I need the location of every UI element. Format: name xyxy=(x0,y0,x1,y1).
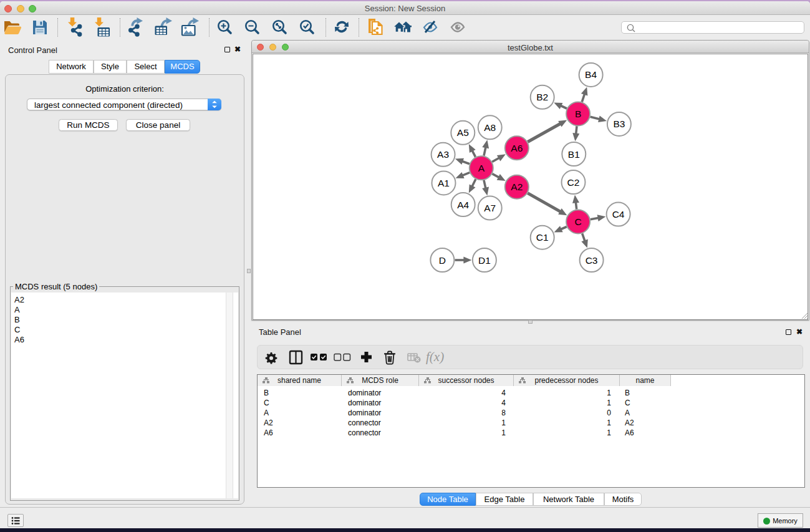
svg-text:D1: D1 xyxy=(478,255,491,266)
svg-text:A6: A6 xyxy=(511,143,523,153)
svg-text:C1: C1 xyxy=(536,232,549,243)
svg-text:B4: B4 xyxy=(585,69,597,80)
svg-text:A5: A5 xyxy=(457,127,469,138)
svg-text:A2: A2 xyxy=(511,181,523,192)
svg-text:B3: B3 xyxy=(613,118,625,129)
svg-text:A1: A1 xyxy=(438,178,450,188)
svg-text:A8: A8 xyxy=(484,122,496,133)
svg-text:B2: B2 xyxy=(536,92,548,102)
svg-text:f(x): f(x) xyxy=(426,349,444,364)
svg-text:D: D xyxy=(439,255,446,266)
svg-text:A7: A7 xyxy=(484,203,496,213)
svg-text:C2: C2 xyxy=(567,177,580,188)
svg-text:C4: C4 xyxy=(612,209,625,220)
svg-text:C3: C3 xyxy=(586,255,598,266)
svg-text:C: C xyxy=(574,216,581,227)
svg-text:A4: A4 xyxy=(457,200,469,210)
svg-text:B1: B1 xyxy=(568,149,580,160)
svg-text:A3: A3 xyxy=(437,149,449,160)
svg-text:A: A xyxy=(478,163,485,173)
svg-text:B: B xyxy=(575,109,581,119)
